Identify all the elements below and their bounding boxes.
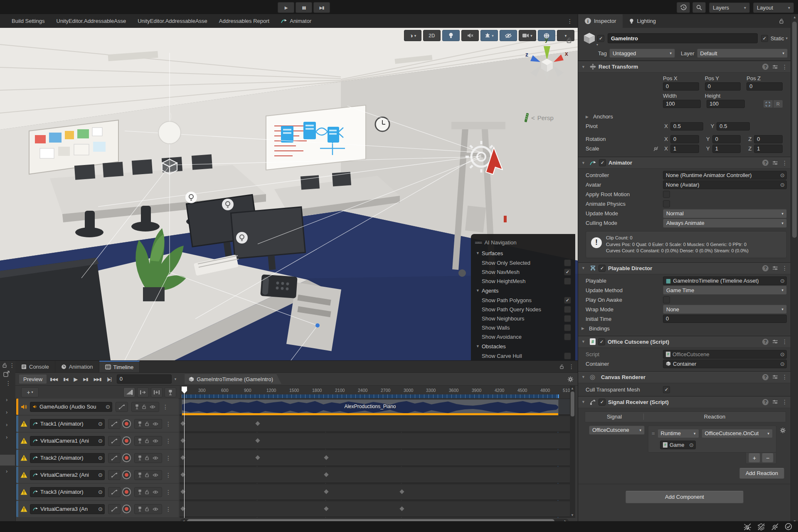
- rect-transform-header[interactable]: ▼ Rect Transform ? ⋮: [578, 61, 791, 73]
- lane-track1[interactable]: [180, 416, 570, 432]
- axis-y-label[interactable]: y: [545, 36, 548, 43]
- curves-toggle[interactable]: [108, 453, 121, 463]
- lane-track3[interactable]: [180, 484, 570, 500]
- controller-object-field[interactable]: None (Runtime Animator Controller)⊙: [663, 171, 787, 180]
- bindings-foldout[interactable]: ▶Bindings: [578, 324, 791, 336]
- curves-toggle[interactable]: [108, 504, 121, 514]
- lock-icon[interactable]: [559, 364, 564, 369]
- surfaces-foldout[interactable]: ▼Surfaces: [471, 248, 575, 258]
- component-menu-icon[interactable]: ⋮: [782, 265, 788, 271]
- drag-handle-icon[interactable]: =: [652, 430, 655, 436]
- expand-chevron[interactable]: ›: [6, 397, 7, 403]
- animate-physics-checkbox[interactable]: ✓: [663, 200, 670, 207]
- reaction-target-object-field[interactable]: # Game ⊙: [660, 441, 696, 449]
- object-picker-icon[interactable]: ⊙: [780, 182, 785, 188]
- mix-mode-button[interactable]: [123, 387, 135, 397]
- lock-icon[interactable]: [2, 362, 7, 368]
- track-row-track2[interactable]: Track2 (Animator) ⊙ ⋮: [16, 450, 179, 466]
- pin-icon[interactable]: [138, 438, 142, 443]
- axis-x-label[interactable]: x: [565, 50, 568, 57]
- add-component-button[interactable]: Add Component: [626, 491, 744, 503]
- tab-bar-menu-icon[interactable]: ⋮: [567, 18, 573, 25]
- component-menu-icon[interactable]: ⋮: [782, 374, 788, 380]
- lock-open-icon[interactable]: [145, 489, 150, 495]
- search-button[interactable]: [692, 2, 706, 13]
- layer-dropdown[interactable]: Default▾: [697, 49, 788, 58]
- show-walls-checkbox[interactable]: ✓: [564, 324, 571, 331]
- track-content-area[interactable]: AlexProductions_Piano: [180, 399, 570, 518]
- presets-icon[interactable]: [772, 399, 778, 404]
- timeline-breadcrumb[interactable]: GameIntroTimeline (GameIntro): [185, 374, 281, 384]
- scrollbar-thumb[interactable]: [792, 22, 797, 238]
- add-reaction-item-button[interactable]: +: [749, 453, 760, 463]
- inspector-scrollbar[interactable]: ▲ ▼: [791, 14, 798, 525]
- eye-icon[interactable]: [153, 439, 158, 443]
- object-picker-icon[interactable]: ⊙: [98, 438, 103, 444]
- tab-timeline[interactable]: Timeline: [99, 361, 140, 372]
- pause-button[interactable]: ▮▮: [296, 2, 312, 13]
- show-path-polygons-checkbox[interactable]: ✓: [564, 297, 571, 304]
- runtime-dropdown[interactable]: Runtime▾: [658, 429, 699, 438]
- add-track-button[interactable]: +▾: [21, 387, 39, 397]
- help-icon[interactable]: ?: [762, 399, 768, 405]
- curves-toggle[interactable]: [116, 402, 128, 412]
- tab-addressable-1[interactable]: UnityEditor.AddressableAsse: [51, 14, 132, 28]
- frame-options-dropdown[interactable]: ▾: [172, 374, 179, 384]
- track-row-gameaudio[interactable]: GameAudio (Audio Sou ⊙ ⋮: [16, 399, 179, 415]
- track-name-field[interactable]: VirtualCamera1 (Ani ⊙: [30, 436, 105, 446]
- tasks-ok-icon[interactable]: [785, 523, 792, 530]
- timeline-duration-band[interactable]: [182, 394, 558, 398]
- orientation-gizmo[interactable]: y x z: [523, 37, 577, 99]
- tab-animation[interactable]: Animation: [55, 361, 99, 372]
- agents-foldout[interactable]: ▼Agents: [471, 286, 575, 296]
- lock-open-icon[interactable]: [145, 421, 150, 426]
- director-enabled-checkbox[interactable]: ✓: [598, 265, 606, 272]
- active-checkbox[interactable]: ✓: [597, 35, 604, 42]
- track-name-field[interactable]: Track1 (Animator) ⊙: [30, 419, 105, 429]
- record-button[interactable]: [122, 488, 131, 496]
- scale-x-field[interactable]: 1: [670, 145, 699, 153]
- eye-icon[interactable]: [153, 422, 158, 426]
- track-menu-icon[interactable]: ⋮: [165, 489, 171, 495]
- track-name-field[interactable]: GameAudio (Audio Sou ⊙: [30, 402, 112, 412]
- curves-toggle[interactable]: [108, 436, 121, 446]
- track-name-field[interactable]: Track2 (Animator) ⊙: [30, 453, 105, 463]
- strip-selection[interactable]: [0, 455, 15, 466]
- preview-toggle[interactable]: Preview: [19, 374, 47, 384]
- static-dropdown-icon[interactable]: ▾: [786, 36, 788, 40]
- lane-virtualcamera3[interactable]: [180, 501, 570, 517]
- draw-mode-dropdown[interactable]: ◑ ▾: [404, 30, 421, 41]
- step-button[interactable]: ▶▮: [313, 2, 330, 13]
- record-button[interactable]: [122, 419, 131, 428]
- pin-icon[interactable]: [138, 455, 142, 461]
- object-picker-icon[interactable]: ⊙: [780, 361, 785, 367]
- scene-view[interactable]: ◑ ▾ 2D ▾ ▾ ▾: [0, 28, 578, 360]
- play-on-awake-checkbox[interactable]: ✓: [663, 296, 670, 303]
- track-name-field[interactable]: VirtualCamera2 (Ani ⊙: [30, 470, 105, 480]
- cull-transparent-mesh-checkbox[interactable]: ✓: [663, 386, 670, 393]
- tab-animator[interactable]: Animator: [275, 14, 317, 28]
- object-picker-icon[interactable]: ⊙: [98, 455, 103, 461]
- show-only-selected-checkbox[interactable]: ✓: [564, 259, 571, 266]
- tab-addressable-2[interactable]: UnityEditor.AddressableAsse: [132, 14, 213, 28]
- lock-open-icon[interactable]: [142, 404, 147, 409]
- lock-open-icon[interactable]: [145, 506, 150, 512]
- menu-icon[interactable]: ⋮: [9, 362, 15, 369]
- play-button[interactable]: ▶: [278, 2, 294, 13]
- component-menu-icon[interactable]: ⋮: [782, 64, 788, 70]
- script-enabled-checkbox[interactable]: ✓: [598, 338, 605, 345]
- rotation-y-field[interactable]: 0: [712, 135, 741, 143]
- replace-mode-button[interactable]: [151, 387, 163, 397]
- curves-toggle[interactable]: [108, 487, 121, 497]
- projection-mode[interactable]: < Persp: [525, 113, 554, 122]
- component-menu-icon[interactable]: ⋮: [782, 338, 788, 345]
- foldout-icon[interactable]: ▼: [581, 266, 587, 270]
- lane-track2[interactable]: [180, 450, 570, 466]
- pin-icon[interactable]: [138, 506, 142, 512]
- object-picker-icon[interactable]: ⊙: [98, 489, 103, 495]
- foldout-icon[interactable]: ▼: [581, 161, 587, 165]
- signal-receiver-header[interactable]: ▼ ✓ Signal Receiver (Script) ? ⋮: [578, 396, 791, 408]
- scene-audio-toggle[interactable]: [461, 30, 479, 41]
- presets-icon[interactable]: [772, 374, 778, 379]
- axis-z-label[interactable]: z: [525, 51, 528, 58]
